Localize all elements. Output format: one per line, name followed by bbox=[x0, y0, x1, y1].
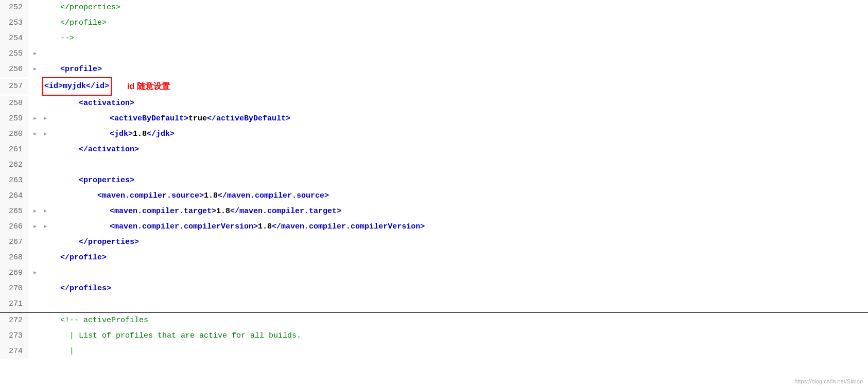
arrow-266b[interactable]: ► bbox=[44, 219, 52, 235]
code-line-266: 266 ► ► <maven.compiler.compilerVersion>… bbox=[0, 219, 868, 235]
arrow-268 bbox=[33, 250, 42, 266]
line-number-267: 267 bbox=[0, 235, 28, 250]
code-line-261: 261 </activation> bbox=[0, 142, 868, 157]
arrow-270 bbox=[33, 281, 42, 296]
code-line-252: 252 </properties> bbox=[0, 0, 868, 15]
line-number-257: 257 bbox=[0, 79, 28, 94]
code-line-272: 272 <!-- activeProfiles bbox=[0, 313, 868, 328]
line-content-264: <maven.compiler.source>1.8</maven.compil… bbox=[28, 188, 868, 204]
arrow-274 bbox=[33, 344, 42, 359]
line-content-258: <activation> bbox=[28, 96, 868, 111]
line-number-262: 262 bbox=[0, 157, 28, 173]
line-number-253: 253 bbox=[0, 15, 28, 31]
line-content-263: <properties> bbox=[28, 173, 868, 188]
code-text-265: <maven.compiler.target>1.8</maven.compil… bbox=[54, 204, 341, 219]
line-content-271 bbox=[28, 296, 868, 312]
arrow-260a[interactable]: ► bbox=[33, 127, 42, 142]
code-line-262: 262 bbox=[0, 157, 868, 173]
line-content-266: ► ► <maven.compiler.compilerVersion>1.8<… bbox=[28, 219, 868, 235]
code-line-265: 265 ► ► <maven.compiler.target>1.8</mave… bbox=[0, 204, 868, 219]
code-line-271: 271 bbox=[0, 296, 868, 313]
code-line-273: 273 | List of profiles that are active f… bbox=[0, 328, 868, 344]
arrow-259b[interactable]: ► bbox=[44, 111, 52, 127]
line-content-265: ► ► <maven.compiler.target>1.8</maven.co… bbox=[28, 204, 868, 219]
line-content-257: <id>myjdk</id> id 随意设置 bbox=[28, 77, 868, 96]
code-text-254: --> bbox=[42, 31, 74, 46]
code-line-260: 260 ► ► <jdk>1.8</jdk> bbox=[0, 127, 868, 142]
code-text-256: <profile> bbox=[42, 62, 102, 77]
line-content-272: <!-- activeProfiles bbox=[28, 313, 868, 328]
code-text-274: | bbox=[42, 344, 74, 359]
line-content-267: </properties> bbox=[28, 235, 868, 250]
code-line-253: 253 </profile> bbox=[0, 15, 868, 31]
code-line-257: 257 <id>myjdk</id> id 随意设置 bbox=[0, 77, 868, 96]
line-number-271: 271 bbox=[0, 296, 28, 312]
code-line-256: 256 ► <profile> bbox=[0, 62, 868, 77]
arrow-255[interactable]: ► bbox=[33, 46, 42, 62]
line-number-274: 274 bbox=[0, 344, 28, 359]
annotation-text: id 随意设置 bbox=[127, 79, 170, 94]
code-text-263: <properties> bbox=[42, 173, 134, 188]
line-content-256: ► <profile> bbox=[28, 62, 868, 77]
arrow-272 bbox=[33, 313, 42, 328]
line-number-273: 273 bbox=[0, 328, 28, 344]
arrow-265b[interactable]: ► bbox=[44, 204, 52, 219]
line-number-256: 256 bbox=[0, 62, 28, 77]
code-container: 252 </properties> 253 </profile> 254 -->… bbox=[0, 0, 868, 387]
code-line-258: 258 <activation> bbox=[0, 96, 868, 111]
arrow-252 bbox=[33, 0, 42, 15]
line-content-262 bbox=[28, 157, 868, 173]
code-text-270: </profiles> bbox=[42, 281, 111, 296]
line-number-272: 272 bbox=[0, 313, 28, 328]
line-content-274: | bbox=[28, 344, 868, 359]
code-text-267: </properties> bbox=[42, 235, 139, 250]
code-line-268: 268 </profile> bbox=[0, 250, 868, 266]
arrow-260b[interactable]: ► bbox=[44, 127, 52, 142]
arrow-256[interactable]: ► bbox=[33, 62, 42, 77]
line-number-258: 258 bbox=[0, 96, 28, 111]
code-line-254: 254 --> bbox=[0, 31, 868, 46]
line-number-264: 264 bbox=[0, 188, 28, 204]
line-content-261: </activation> bbox=[28, 142, 868, 157]
arrow-263 bbox=[33, 173, 42, 188]
code-line-259: 259 ► ► <activeByDefault>true</activeByD… bbox=[0, 111, 868, 127]
line-number-266: 266 bbox=[0, 219, 28, 235]
line-content-260: ► ► <jdk>1.8</jdk> bbox=[28, 127, 868, 142]
code-text-268: </profile> bbox=[42, 250, 107, 266]
line-content-269: ► bbox=[28, 266, 868, 281]
line-number-270: 270 bbox=[0, 281, 28, 296]
line-number-269: 269 bbox=[0, 266, 28, 281]
arrow-257 bbox=[33, 79, 42, 94]
code-line-267: 267 </properties> bbox=[0, 235, 868, 250]
code-text-273: | List of profiles that are active for a… bbox=[42, 328, 301, 344]
arrow-266a[interactable]: ► bbox=[33, 219, 42, 235]
code-line-269: 269 ► bbox=[0, 266, 868, 281]
code-line-264: 264 <maven.compiler.source>1.8</maven.co… bbox=[0, 188, 868, 204]
code-line-263: 263 <properties> bbox=[0, 173, 868, 188]
line-content-268: </profile> bbox=[28, 250, 868, 266]
line-number-252: 252 bbox=[0, 0, 28, 15]
code-text-257-box: <id>myjdk</id> bbox=[42, 77, 112, 96]
line-number-254: 254 bbox=[0, 31, 28, 46]
code-text-264: <maven.compiler.source>1.8</maven.compil… bbox=[42, 188, 329, 204]
code-text-252: </properties> bbox=[42, 0, 120, 15]
arrow-253 bbox=[33, 15, 42, 31]
arrow-262 bbox=[33, 157, 42, 173]
line-content-253: </profile> bbox=[28, 15, 868, 31]
line-content-270: </profiles> bbox=[28, 281, 868, 296]
line-number-260: 260 bbox=[0, 127, 28, 142]
code-text-266: <maven.compiler.compilerVersion>1.8</mav… bbox=[54, 219, 425, 235]
line-content-254: --> bbox=[28, 31, 868, 46]
arrow-265a[interactable]: ► bbox=[33, 204, 42, 219]
arrow-261 bbox=[33, 142, 42, 157]
arrow-259a[interactable]: ► bbox=[33, 111, 42, 127]
line-number-268: 268 bbox=[0, 250, 28, 266]
line-content-255: ► bbox=[28, 46, 868, 62]
code-text-258: <activation> bbox=[42, 96, 134, 111]
code-text-260: <jdk>1.8</jdk> bbox=[54, 127, 175, 142]
line-content-252: </properties> bbox=[28, 0, 868, 15]
code-text-272: <!-- activeProfiles bbox=[42, 313, 148, 328]
arrow-269[interactable]: ► bbox=[33, 266, 42, 281]
code-text-253: </profile> bbox=[42, 15, 107, 31]
line-number-261: 261 bbox=[0, 142, 28, 157]
